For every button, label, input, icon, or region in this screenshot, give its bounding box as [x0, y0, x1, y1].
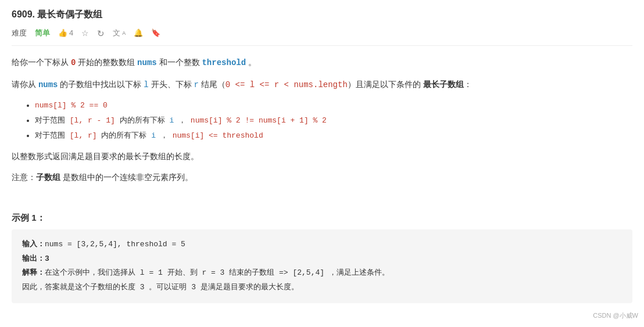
- example1-input-label: 输入：: [22, 240, 45, 249]
- cond2-mid: 内的所有下标: [115, 116, 170, 125]
- difficulty-value: 简单: [35, 27, 50, 39]
- note-bold: 子数组: [36, 173, 60, 182]
- example1-input-row: 输入：nums = [3,2,5,4], threshold = 5: [22, 238, 622, 252]
- translate-button[interactable]: A: [113, 27, 126, 39]
- problem-title: 6909. 最长奇偶子数组: [12, 7, 632, 22]
- star-icon: [81, 27, 89, 40]
- cond2-expr: nums[i] % 2 != nums[i + 1] % 2: [191, 116, 327, 125]
- difficulty-label: 难度: [12, 27, 27, 39]
- example1-input-value: nums = [3,2,5,4], threshold = 5: [45, 240, 185, 249]
- desc-cond: 0 <= l <= r < nums.length: [226, 80, 348, 89]
- desc-prefix2: 请你从: [12, 80, 38, 89]
- example1-output-row: 输出：3: [22, 252, 622, 267]
- desc-nums1: nums: [137, 58, 157, 67]
- return-text-section: 以整数形式返回满足题目要求的最长子数组的长度。: [12, 149, 632, 164]
- example1-output-label: 输出：: [22, 254, 45, 263]
- cond2-prefix: 对于范围: [35, 116, 70, 125]
- desc-mid2: 和一个整数: [157, 58, 202, 67]
- desc-mid2-2: 开头、下标: [149, 80, 194, 89]
- cond3-comma: ，: [156, 131, 173, 140]
- example1-explain-text2: 因此，答案就是这个子数组的长度 3 。可以证明 3 是满足题目要求的最大长度。: [22, 283, 299, 292]
- like-button[interactable]: 4: [58, 27, 73, 39]
- translate-icon: [113, 27, 120, 39]
- cond2-comma: ，: [174, 116, 191, 125]
- note-suffix: 是数组中的一个连续非空元素序列。: [60, 173, 193, 182]
- example1-title: 示例 1：: [12, 211, 632, 225]
- desc-mid2-3: 结尾（: [199, 80, 226, 89]
- cond2-range: [l, r - 1]: [70, 116, 115, 125]
- condition-item-3: 对于范围 [l, r] 内的所有下标 i ， nums[i] <= thresh…: [35, 130, 632, 142]
- cond3-expr: nums[i] <= threshold: [173, 131, 263, 140]
- cond1-text: nums[l] % 2 == 0: [35, 101, 108, 110]
- desc-l: l: [144, 80, 148, 89]
- desc-nums2: nums: [38, 80, 58, 89]
- desc-mid2-4: ）且满足以下条件的: [348, 80, 423, 89]
- bell-button[interactable]: [134, 27, 143, 39]
- refresh-icon: [97, 27, 105, 41]
- cond3-mid: 内的所有下标: [97, 131, 152, 140]
- example1-explain-label: 解释：: [22, 268, 45, 277]
- example1-box: 输入：nums = [3,2,5,4], threshold = 5 输出：3 …: [12, 229, 632, 303]
- example1-explain-text: 在这个示例中，我们选择从 l = 1 开始、到 r = 3 结束的子数组 => …: [45, 268, 389, 277]
- return-text: 以整数形式返回满足题目要求的最长子数组的长度。: [12, 152, 199, 161]
- star-button[interactable]: [81, 27, 89, 40]
- like-icon: [58, 27, 67, 39]
- cond3-i: i: [151, 131, 156, 140]
- condition-item-2: 对于范围 [l, r - 1] 内的所有下标 i ， nums[i] % 2 !…: [35, 114, 632, 127]
- description-line1: 给你一个下标从 0 开始的整数数组 nums 和一个整数 threshold 。: [12, 55, 632, 70]
- toolbar: 难度 简单 4 A: [12, 27, 632, 46]
- bell-icon: [134, 27, 143, 39]
- bookmark-button[interactable]: [151, 27, 160, 39]
- bookmark-icon: [151, 27, 160, 39]
- condition-item-1: nums[l] % 2 == 0: [35, 99, 632, 112]
- note-section: 注意：子数组 是数组中的一个连续非空元素序列。: [12, 171, 632, 184]
- desc-r: r: [194, 80, 198, 89]
- desc-mid2-1: 的子数组中找出以下标: [58, 80, 144, 89]
- desc-suffix2: ：: [464, 80, 472, 89]
- example1-explain-row1: 解释：在这个示例中，我们选择从 l = 1 开始、到 r = 3 结束的子数组 …: [22, 266, 622, 281]
- like-count: 4: [69, 27, 73, 39]
- cond3-range: [l, r]: [70, 131, 97, 140]
- example1-explain-row2: 因此，答案就是这个子数组的长度 3 。可以证明 3 是满足题目要求的最大长度。: [22, 281, 622, 295]
- desc-threshold: threshold: [202, 58, 246, 67]
- refresh-button[interactable]: [97, 27, 105, 41]
- desc-bold: 最长子数组: [423, 80, 464, 89]
- example1-output-value: 3: [45, 254, 49, 263]
- watermark: CSDN @小威W: [593, 311, 638, 314]
- desc-prefix1: 给你一个下标从: [12, 58, 71, 67]
- desc-mid1: 开始的整数数组: [76, 58, 137, 67]
- cond3-prefix: 对于范围: [35, 131, 70, 140]
- condition-list: nums[l] % 2 == 0 对于范围 [l, r - 1] 内的所有下标 …: [35, 99, 632, 142]
- desc-suffix1: 。: [246, 58, 256, 67]
- description-line2: 请你从 nums 的子数组中找出以下标 l 开头、下标 r 结尾（0 <= l …: [12, 77, 632, 92]
- note-prefix: 注意：: [12, 173, 36, 182]
